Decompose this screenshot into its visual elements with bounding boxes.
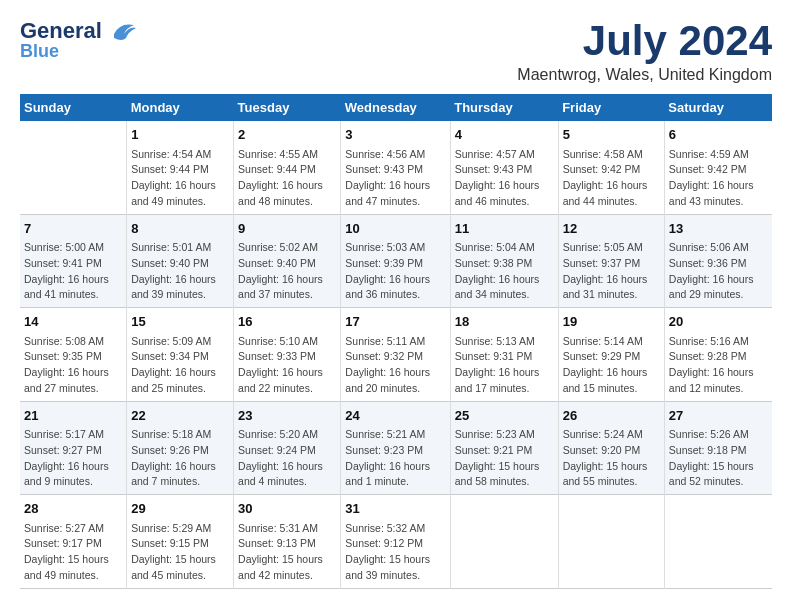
calendar-cell: 27Sunrise: 5:26 AMSunset: 9:18 PMDayligh… [664, 401, 772, 495]
cell-info-line: and 42 minutes. [238, 568, 336, 584]
calendar-cell: 31Sunrise: 5:32 AMSunset: 9:12 PMDayligh… [341, 495, 450, 589]
cell-info-line: and 36 minutes. [345, 287, 445, 303]
cell-info-line: Sunset: 9:27 PM [24, 443, 122, 459]
cell-info-line: Sunset: 9:15 PM [131, 536, 229, 552]
cell-info-line: Sunset: 9:40 PM [238, 256, 336, 272]
calendar-cell: 17Sunrise: 5:11 AMSunset: 9:32 PMDayligh… [341, 308, 450, 402]
calendar-cell [450, 495, 558, 589]
day-number: 22 [131, 406, 229, 426]
calendar-cell: 22Sunrise: 5:18 AMSunset: 9:26 PMDayligh… [127, 401, 234, 495]
cell-info-line: and 22 minutes. [238, 381, 336, 397]
day-number: 20 [669, 312, 768, 332]
day-number: 17 [345, 312, 445, 332]
calendar-cell: 6Sunrise: 4:59 AMSunset: 9:42 PMDaylight… [664, 121, 772, 214]
cell-info-line: Daylight: 16 hours [24, 272, 122, 288]
cell-info-line: Sunrise: 5:27 AM [24, 521, 122, 537]
cell-info-line: Sunrise: 4:57 AM [455, 147, 554, 163]
cell-info-line: Daylight: 16 hours [669, 272, 768, 288]
cell-info-line: Sunset: 9:17 PM [24, 536, 122, 552]
calendar-table: SundayMondayTuesdayWednesdayThursdayFrid… [20, 94, 772, 589]
calendar-cell [664, 495, 772, 589]
calendar-cell: 19Sunrise: 5:14 AMSunset: 9:29 PMDayligh… [558, 308, 664, 402]
cell-info-line: Daylight: 16 hours [131, 459, 229, 475]
cell-info-line: Daylight: 16 hours [563, 178, 660, 194]
cell-info-line: and 15 minutes. [563, 381, 660, 397]
calendar-cell [558, 495, 664, 589]
day-number: 13 [669, 219, 768, 239]
cell-info-line: Daylight: 16 hours [669, 365, 768, 381]
day-number: 31 [345, 499, 445, 519]
cell-info-line: Sunset: 9:36 PM [669, 256, 768, 272]
day-number: 27 [669, 406, 768, 426]
cell-info-line: Sunset: 9:13 PM [238, 536, 336, 552]
day-number: 7 [24, 219, 122, 239]
logo-blue: Blue [20, 41, 59, 61]
cell-info-line: Sunrise: 5:02 AM [238, 240, 336, 256]
cell-info-line: Daylight: 15 hours [238, 552, 336, 568]
cell-info-line: and 44 minutes. [563, 194, 660, 210]
calendar-cell: 28Sunrise: 5:27 AMSunset: 9:17 PMDayligh… [20, 495, 127, 589]
cell-info-line: Sunrise: 4:55 AM [238, 147, 336, 163]
day-number: 3 [345, 125, 445, 145]
cell-info-line: and 39 minutes. [345, 568, 445, 584]
day-number: 8 [131, 219, 229, 239]
cell-info-line: Sunset: 9:20 PM [563, 443, 660, 459]
week-row-4: 21Sunrise: 5:17 AMSunset: 9:27 PMDayligh… [20, 401, 772, 495]
cell-info-line: Sunrise: 5:09 AM [131, 334, 229, 350]
cell-info-line: Sunset: 9:37 PM [563, 256, 660, 272]
day-header-monday: Monday [127, 94, 234, 121]
cell-info-line: and 52 minutes. [669, 474, 768, 490]
week-row-3: 14Sunrise: 5:08 AMSunset: 9:35 PMDayligh… [20, 308, 772, 402]
cell-info-line: Sunset: 9:39 PM [345, 256, 445, 272]
cell-info-line: Sunset: 9:26 PM [131, 443, 229, 459]
day-number: 6 [669, 125, 768, 145]
cell-info-line: and 17 minutes. [455, 381, 554, 397]
day-number: 4 [455, 125, 554, 145]
day-number: 2 [238, 125, 336, 145]
cell-info-line: Sunset: 9:29 PM [563, 349, 660, 365]
cell-info-line: Daylight: 16 hours [455, 365, 554, 381]
cell-info-line: and 48 minutes. [238, 194, 336, 210]
day-number: 11 [455, 219, 554, 239]
day-number: 9 [238, 219, 336, 239]
week-row-2: 7Sunrise: 5:00 AMSunset: 9:41 PMDaylight… [20, 214, 772, 308]
calendar-cell: 21Sunrise: 5:17 AMSunset: 9:27 PMDayligh… [20, 401, 127, 495]
cell-info-line: Sunrise: 4:58 AM [563, 147, 660, 163]
cell-info-line: Sunrise: 5:14 AM [563, 334, 660, 350]
day-number: 21 [24, 406, 122, 426]
title-block: July 2024 Maentwrog, Wales, United Kingd… [517, 20, 772, 84]
cell-info-line: Daylight: 15 hours [669, 459, 768, 475]
cell-info-line: Sunrise: 5:16 AM [669, 334, 768, 350]
calendar-cell: 13Sunrise: 5:06 AMSunset: 9:36 PMDayligh… [664, 214, 772, 308]
cell-info-line: Sunset: 9:32 PM [345, 349, 445, 365]
cell-info-line: Sunrise: 5:17 AM [24, 427, 122, 443]
cell-info-line: Daylight: 15 hours [345, 552, 445, 568]
day-number: 29 [131, 499, 229, 519]
cell-info-line: Daylight: 16 hours [345, 459, 445, 475]
logo-bird-icon [104, 20, 136, 42]
cell-info-line: Sunset: 9:21 PM [455, 443, 554, 459]
cell-info-line: and 20 minutes. [345, 381, 445, 397]
logo: General Blue [20, 20, 136, 61]
day-header-thursday: Thursday [450, 94, 558, 121]
cell-info-line: and 55 minutes. [563, 474, 660, 490]
day-number: 12 [563, 219, 660, 239]
cell-info-line: Sunrise: 5:10 AM [238, 334, 336, 350]
calendar-cell: 24Sunrise: 5:21 AMSunset: 9:23 PMDayligh… [341, 401, 450, 495]
day-number: 14 [24, 312, 122, 332]
calendar-cell [20, 121, 127, 214]
calendar-cell: 8Sunrise: 5:01 AMSunset: 9:40 PMDaylight… [127, 214, 234, 308]
cell-info-line: Daylight: 16 hours [563, 365, 660, 381]
cell-info-line: and 45 minutes. [131, 568, 229, 584]
calendar-cell: 26Sunrise: 5:24 AMSunset: 9:20 PMDayligh… [558, 401, 664, 495]
cell-info-line: Sunrise: 5:04 AM [455, 240, 554, 256]
month-title: July 2024 [517, 20, 772, 62]
cell-info-line: Sunset: 9:34 PM [131, 349, 229, 365]
calendar-cell: 12Sunrise: 5:05 AMSunset: 9:37 PMDayligh… [558, 214, 664, 308]
cell-info-line: and 43 minutes. [669, 194, 768, 210]
cell-info-line: Sunrise: 4:59 AM [669, 147, 768, 163]
cell-info-line: Sunset: 9:33 PM [238, 349, 336, 365]
day-number: 19 [563, 312, 660, 332]
cell-info-line: and 39 minutes. [131, 287, 229, 303]
cell-info-line: Sunset: 9:44 PM [238, 162, 336, 178]
